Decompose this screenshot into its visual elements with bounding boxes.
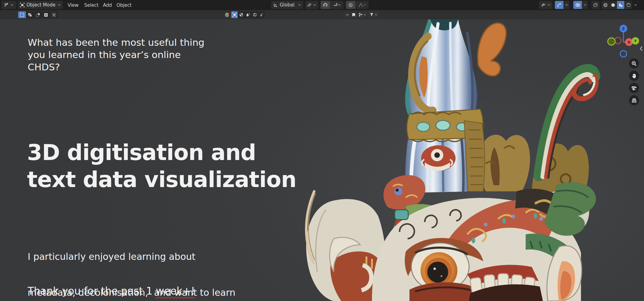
mode-dropdown[interactable]: Object Mode: [18, 1, 63, 9]
bookmark-icon: [352, 13, 355, 17]
snap-settings-dropdown[interactable]: [330, 1, 343, 9]
camera-icon: [631, 85, 637, 91]
editor-type-selector[interactable]: [2, 1, 16, 9]
collapse-panel-button[interactable]: [344, 11, 350, 18]
filter-funnel-icon: [369, 13, 374, 17]
zoom-icon: [631, 61, 637, 66]
chevron-down-icon: [364, 14, 366, 16]
rendered-sphere-icon: [626, 3, 631, 7]
show-gizmos-toggle[interactable]: [555, 1, 563, 9]
shading-wireframe-button[interactable]: [602, 1, 609, 9]
chevron-down-icon: [58, 4, 61, 6]
select-mode-invert-button[interactable]: [42, 11, 50, 18]
xray-icon: [593, 3, 598, 7]
quarter-sphere-icon: [239, 13, 243, 17]
camera-view-button[interactable]: [629, 83, 639, 93]
gizmo-x-label: X: [627, 40, 630, 45]
menu-select[interactable]: Select: [82, 0, 101, 10]
globe-toggle[interactable]: [251, 11, 258, 18]
falloff-curve-icon: [358, 3, 363, 7]
hand-icon: [631, 73, 637, 79]
transform-orientation-dropdown[interactable]: Global: [271, 1, 303, 9]
material-preview-sphere-icon: [618, 3, 623, 7]
proportional-edit-icon: [348, 3, 353, 7]
slide-title: 3D digitisation and text data visualizat…: [27, 139, 296, 193]
zoom-button[interactable]: [629, 58, 639, 68]
bookmark-button[interactable]: [351, 11, 357, 18]
chevron-down-icon: [547, 4, 550, 6]
xray-toggle[interactable]: [591, 1, 599, 9]
brush-icon: [259, 13, 264, 17]
display-mode-icon: [358, 13, 363, 17]
region-frame-icon: [232, 13, 237, 17]
sidebar-toggle-chevron[interactable]: [639, 46, 643, 51]
chevron-down-icon: [298, 4, 301, 6]
chevron-down-icon: [565, 4, 568, 6]
orientation-axes-icon: [273, 3, 278, 7]
select-mode-extend-button[interactable]: [26, 11, 34, 18]
select-subtract-icon: [36, 13, 40, 17]
shading-material-preview-button[interactable]: [617, 1, 624, 9]
menu-object[interactable]: Object: [114, 0, 134, 10]
chevron-down-icon: [363, 4, 366, 6]
shading-rendered-button[interactable]: [625, 1, 632, 9]
orientation-label: Global: [280, 2, 294, 8]
pivot-point-dropdown[interactable]: [305, 1, 318, 9]
gizmo-z-label: Z: [622, 26, 625, 31]
droplet-icon: [246, 13, 250, 17]
3d-model-sculpture[interactable]: [271, 19, 644, 301]
menu-view[interactable]: View: [65, 0, 81, 10]
navigation-gizmo[interactable]: Z X Y: [604, 22, 642, 60]
gizmo-axis-minus-z[interactable]: [620, 51, 627, 57]
object-visibility-dropdown[interactable]: [539, 1, 552, 9]
gizmo-axis-minus-y[interactable]: [608, 38, 615, 45]
quarter-sphere-toggle[interactable]: [238, 11, 244, 18]
menu-add[interactable]: Add: [101, 0, 114, 10]
solid-sphere-icon: [611, 3, 615, 7]
chevron-down-icon: [634, 4, 637, 6]
filter-dropdown[interactable]: [368, 11, 379, 18]
overlays-dropdown[interactable]: [582, 1, 588, 9]
shading-dropdown[interactable]: [632, 1, 638, 9]
select-extend-icon: [28, 13, 32, 17]
region-frame-toggle[interactable]: [231, 11, 238, 18]
proportional-falloff-dropdown[interactable]: [356, 1, 369, 9]
slide-question: What has been the most useful thing you …: [28, 36, 204, 73]
grid-icon: [631, 98, 637, 103]
display-mode-dropdown[interactable]: [357, 11, 367, 18]
collapse-chevron-icon: [346, 14, 349, 16]
snap-toggle[interactable]: [321, 1, 330, 9]
gizmos-dropdown[interactable]: [564, 1, 569, 9]
select-set-icon: [20, 13, 24, 17]
snap-increment-icon: [333, 3, 338, 7]
droplet-toggle[interactable]: [245, 11, 251, 18]
spellcheck-flagged-word: week+!: [156, 285, 195, 297]
pan-button[interactable]: [629, 71, 639, 81]
tool-settings-bar: Options: [0, 10, 644, 19]
shading-solid-button[interactable]: [609, 1, 617, 9]
show-overlays-icon: [575, 3, 580, 7]
chevron-down-icon: [338, 4, 341, 6]
show-object-types-icon: [541, 3, 546, 7]
gizmo-axis-minus-x[interactable]: [615, 37, 621, 44]
proportional-edit-toggle[interactable]: [346, 1, 355, 9]
select-mode-intersect-button[interactable]: [50, 11, 58, 18]
select-intersect-icon: [52, 13, 56, 17]
gizmo-y-label: Y: [634, 39, 637, 43]
brush-toggle[interactable]: [258, 11, 265, 18]
orthographic-toggle-button[interactable]: [629, 95, 639, 105]
globe-icon: [253, 13, 257, 17]
object-mode-icon: [20, 3, 25, 7]
show-overlays-toggle[interactable]: [573, 1, 582, 9]
chevron-down-icon: [313, 4, 316, 6]
editor-type-icon: [4, 2, 9, 7]
3d-viewport[interactable]: What has been the most useful thing you …: [0, 19, 644, 301]
select-mode-subtract-button[interactable]: [34, 11, 42, 18]
pivot-point-icon: [307, 3, 311, 7]
snap-magnet-icon: [323, 3, 328, 7]
select-mode-set-button[interactable]: [18, 11, 26, 18]
mode-dropdown-label: Object Mode: [26, 2, 56, 8]
chevron-down-icon: [584, 4, 587, 6]
material-ball-icon: [224, 12, 230, 18]
kala-face-carving: [421, 145, 456, 171]
